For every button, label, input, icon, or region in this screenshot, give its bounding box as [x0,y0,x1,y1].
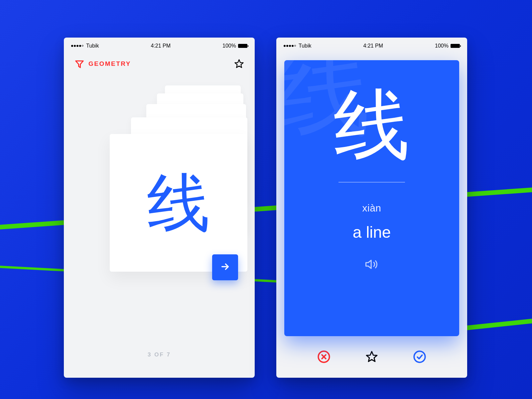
reject-button[interactable] [317,350,331,365]
meaning-label: a line [353,223,391,241]
arrow-right-icon [220,261,230,273]
signal-dots-icon [284,45,296,47]
clock: 4:21 PM [151,43,171,49]
x-circle-icon [317,350,331,365]
progress-counter: 3 OF 7 [64,351,255,358]
action-bar [276,336,467,365]
star-icon [365,350,378,364]
svg-point-7 [414,351,425,362]
category-badge[interactable]: GEOMETRY [74,59,131,69]
pinyin-label: xiàn [362,202,381,214]
next-button[interactable] [212,254,238,280]
funnel-icon [74,59,84,69]
speaker-icon [365,267,379,272]
flashcard-back[interactable]: 线 线 xiàn a line [284,60,459,336]
favorite-button[interactable] [365,350,378,364]
category-label: GEOMETRY [88,60,131,67]
signal-dots-icon [71,45,83,47]
favorite-button[interactable] [234,59,244,69]
statusbar: Tubik 4:21 PM 100% [64,38,255,52]
svg-marker-2 [366,260,371,269]
hanzi-character: 线 [333,87,410,163]
battery-percent: 100% [435,43,449,49]
carrier-label: Tubik [86,43,99,49]
flashcard-front[interactable]: 线 [110,134,247,272]
battery-icon [451,44,460,48]
svg-marker-0 [235,60,243,68]
flashcard-stack: 线 [64,85,255,325]
divider [338,182,405,183]
play-audio-button[interactable] [365,257,379,273]
phone-card-detail-screen: Tubik 4:21 PM 100% 线 线 xiàn a line [276,38,467,378]
header: GEOMETRY [64,52,255,72]
battery-icon [238,44,247,48]
approve-button[interactable] [413,350,426,365]
carrier-label: Tubik [299,43,312,49]
svg-marker-6 [366,351,377,361]
hanzi-character: 线 [147,171,210,234]
phone-deck-screen: Tubik 4:21 PM 100% GEOMETRY [64,38,255,378]
clock: 4:21 PM [363,43,383,49]
check-circle-icon [413,350,426,365]
statusbar: Tubik 4:21 PM 100% [276,38,467,52]
battery-percent: 100% [222,43,236,49]
